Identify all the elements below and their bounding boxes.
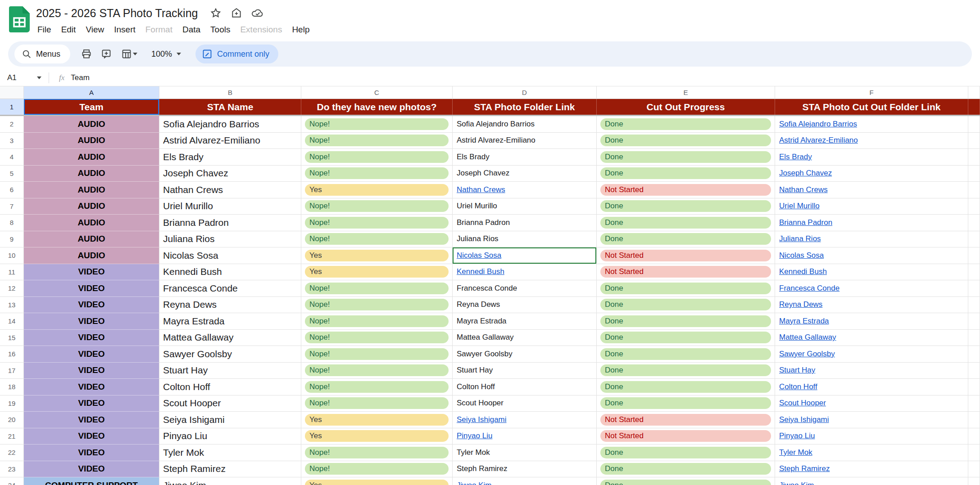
print-button[interactable] — [77, 45, 96, 63]
row-number-12[interactable]: 12 — [0, 280, 24, 297]
new-photos-cell[interactable]: Yes — [301, 264, 453, 281]
column-header-B[interactable]: B — [159, 86, 301, 99]
new-photos-cell[interactable]: Yes — [301, 247, 453, 264]
sta-name-cell[interactable]: Nicolas Sosa — [159, 247, 301, 264]
sta-name-cell[interactable]: Francesca Conde — [159, 280, 301, 297]
new-photos-cell[interactable]: Nope! — [301, 166, 453, 182]
row-number-24[interactable]: 24 — [0, 477, 24, 485]
sta-name-cell[interactable]: Tyler Mok — [159, 445, 301, 461]
new-photos-cell[interactable]: Yes — [301, 428, 453, 445]
photo-folder-link[interactable]: Nicolas Sosa — [457, 251, 501, 260]
sta-name-cell[interactable]: Pinyao Liu — [159, 428, 301, 445]
row-number-5[interactable]: 5 — [0, 166, 24, 182]
team-cell[interactable]: AUDIO — [24, 215, 159, 231]
photo-folder-link[interactable]: Jiwoo Kim — [457, 481, 491, 485]
header-cell-B1[interactable]: STA Name — [159, 99, 301, 115]
sta-name-cell[interactable]: Nathan Crews — [159, 182, 301, 198]
new-photos-cell[interactable]: Nope! — [301, 363, 453, 379]
cutout-progress-chip[interactable]: Done — [600, 315, 771, 327]
new-photos-cell[interactable]: Nope! — [301, 231, 453, 248]
photo-folder-cell[interactable]: Mattea Gallaway — [453, 330, 597, 346]
cutout-folder-cell[interactable]: Francesca Conde — [775, 280, 968, 297]
mode-button[interactable]: Comment only — [195, 45, 278, 63]
team-cell[interactable]: VIDEO — [24, 346, 159, 363]
sta-name-cell[interactable]: Uriel Murillo — [159, 198, 301, 215]
row-number-9[interactable]: 9 — [0, 231, 24, 248]
cutout-folder-link[interactable]: Sofia Alejandro Barrios — [779, 120, 857, 129]
row-number-19[interactable]: 19 — [0, 395, 24, 412]
cutout-progress-chip[interactable]: Done — [600, 135, 771, 146]
new-photos-chip[interactable]: Yes — [305, 480, 449, 485]
team-cell[interactable]: AUDIO — [24, 116, 159, 133]
cutout-folder-cell[interactable]: Sawyer Goolsby — [775, 346, 968, 363]
cutout-progress-cell[interactable]: Not Started — [597, 428, 775, 445]
cutout-folder-cell[interactable]: Seiya Ishigami — [775, 412, 968, 428]
cutout-progress-chip[interactable]: Done — [600, 447, 771, 458]
photo-folder-cell[interactable]: Francesca Conde — [453, 280, 597, 297]
cutout-progress-chip[interactable]: Not Started — [600, 430, 771, 442]
row-number-16[interactable]: 16 — [0, 346, 24, 363]
new-photos-chip[interactable]: Yes — [305, 250, 449, 261]
new-photos-cell[interactable]: Nope! — [301, 133, 453, 149]
cutout-folder-link[interactable]: Tyler Mok — [779, 448, 812, 457]
cutout-progress-cell[interactable]: Done — [597, 280, 775, 297]
row-number-17[interactable]: 17 — [0, 363, 24, 379]
cutout-progress-cell[interactable]: Not Started — [597, 182, 775, 198]
menu-view[interactable]: View — [81, 23, 109, 36]
cutout-folder-link[interactable]: Els Brady — [779, 153, 812, 162]
cutout-progress-chip[interactable]: Done — [600, 364, 771, 376]
cutout-progress-cell[interactable]: Done — [597, 149, 775, 166]
photo-folder-cell[interactable]: Uriel Murillo — [453, 198, 597, 215]
cutout-folder-link[interactable]: Mattea Gallaway — [779, 333, 836, 342]
cutout-progress-chip[interactable]: Not Started — [600, 414, 771, 426]
cutout-progress-cell[interactable]: Done — [597, 198, 775, 215]
photo-folder-cell[interactable]: Seiya Ishigami — [453, 412, 597, 428]
cutout-progress-cell[interactable]: Done — [597, 116, 775, 133]
cutout-progress-cell[interactable]: Done — [597, 395, 775, 412]
team-cell[interactable]: VIDEO — [24, 379, 159, 395]
row-number-1[interactable]: 1 — [0, 99, 24, 115]
star-icon[interactable] — [210, 7, 222, 19]
new-photos-cell[interactable]: Nope! — [301, 330, 453, 346]
cutout-progress-chip[interactable]: Done — [600, 332, 771, 343]
photo-folder-cell[interactable]: Tyler Mok — [453, 445, 597, 461]
cutout-progress-chip[interactable]: Done — [600, 283, 771, 294]
cutout-progress-cell[interactable]: Done — [597, 330, 775, 346]
cutout-folder-cell[interactable]: Brianna Padron — [775, 215, 968, 231]
sta-name-cell[interactable]: Kennedi Bush — [159, 264, 301, 281]
cutout-folder-cell[interactable]: Mayra Estrada — [775, 313, 968, 330]
row-number-13[interactable]: 13 — [0, 297, 24, 314]
sta-name-cell[interactable]: Scout Hooper — [159, 395, 301, 412]
team-cell[interactable]: AUDIO — [24, 247, 159, 264]
new-photos-chip[interactable]: Nope! — [305, 135, 449, 146]
photo-folder-cell[interactable]: Brianna Padron — [453, 215, 597, 231]
row-number-4[interactable]: 4 — [0, 149, 24, 166]
new-photos-cell[interactable]: Nope! — [301, 116, 453, 133]
new-photos-chip[interactable]: Nope! — [305, 332, 449, 343]
new-photos-cell[interactable]: Yes — [301, 182, 453, 198]
cutout-folder-cell[interactable]: Nicolas Sosa — [775, 247, 968, 264]
photo-folder-link[interactable]: Pinyao Liu — [457, 431, 492, 440]
new-photos-chip[interactable]: Nope! — [305, 397, 449, 409]
team-cell[interactable]: VIDEO — [24, 330, 159, 346]
row-number-6[interactable]: 6 — [0, 182, 24, 198]
cutout-folder-link[interactable]: Francesca Conde — [779, 284, 839, 293]
cutout-progress-chip[interactable]: Not Started — [600, 250, 771, 261]
cutout-folder-link[interactable]: Steph Ramirez — [779, 464, 830, 473]
cutout-folder-link[interactable]: Joseph Chavez — [779, 169, 832, 178]
team-cell[interactable]: VIDEO — [24, 363, 159, 379]
cutout-progress-cell[interactable]: Done — [597, 313, 775, 330]
sta-name-cell[interactable]: Stuart Hay — [159, 363, 301, 379]
column-header-C[interactable]: C — [301, 86, 453, 99]
label-icon[interactable] — [231, 7, 242, 19]
menu-edit[interactable]: Edit — [56, 23, 81, 36]
photo-folder-cell[interactable]: Reyna Dews — [453, 297, 597, 314]
google-sheets-logo[interactable] — [9, 6, 30, 32]
menu-insert[interactable]: Insert — [109, 23, 141, 36]
name-box[interactable]: A1 — [0, 73, 45, 82]
photo-folder-cell[interactable]: Mayra Estrada — [453, 313, 597, 330]
photo-folder-cell[interactable]: Astrid Alvarez-Emiliano — [453, 133, 597, 149]
cutout-folder-cell[interactable]: Astrid Alvarez-Emiliano — [775, 133, 968, 149]
photo-folder-cell[interactable]: Kennedi Bush — [453, 264, 597, 281]
row-number-21[interactable]: 21 — [0, 428, 24, 445]
